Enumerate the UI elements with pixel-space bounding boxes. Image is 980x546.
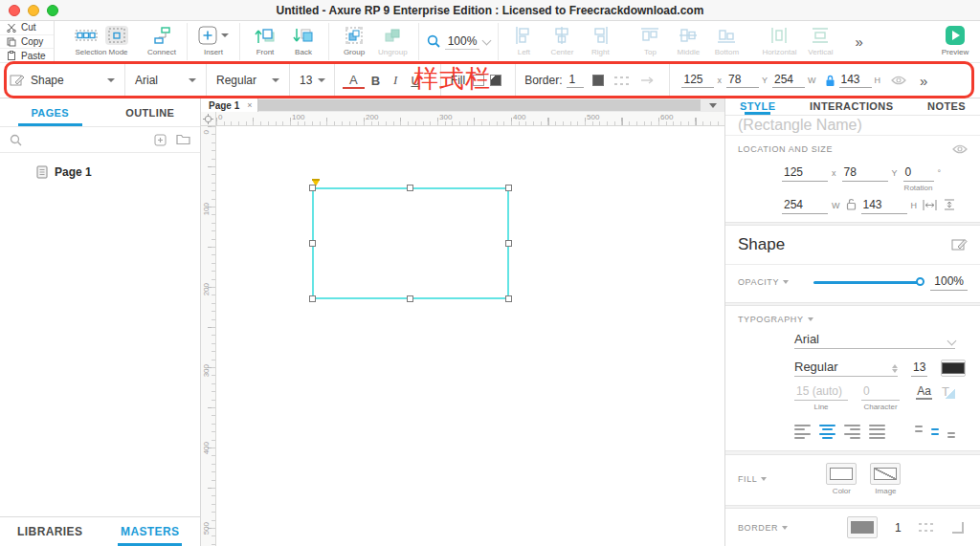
underline-button[interactable]: U bbox=[404, 74, 426, 88]
add-folder-icon[interactable] bbox=[176, 134, 190, 145]
font-weight-select[interactable]: Regular bbox=[794, 360, 898, 377]
cut-button[interactable]: Cut bbox=[0, 21, 54, 35]
toolbar-overflow-button[interactable]: » bbox=[845, 33, 872, 50]
tab-list-caret-icon[interactable] bbox=[709, 103, 717, 108]
h-resize-icon[interactable] bbox=[923, 200, 937, 210]
y-field[interactable]: 78 bbox=[726, 73, 759, 88]
arrow-style-icon[interactable] bbox=[640, 76, 657, 85]
tab-pages[interactable]: PAGES bbox=[0, 98, 100, 126]
border-corner-icon[interactable] bbox=[952, 522, 964, 534]
x-field[interactable]: 125 bbox=[782, 165, 828, 182]
w-field[interactable]: 254 bbox=[772, 73, 805, 88]
opacity-value[interactable]: 100% bbox=[930, 274, 968, 291]
widget-name-input[interactable] bbox=[738, 117, 968, 134]
opacity-slider-knob[interactable] bbox=[916, 277, 924, 286]
tab-outline[interactable]: OUTLINE bbox=[100, 98, 201, 126]
resize-handle-middle-left[interactable] bbox=[309, 240, 316, 247]
border-header[interactable]: BORDER bbox=[738, 523, 788, 533]
lock-icon[interactable] bbox=[825, 75, 835, 87]
tab-notes[interactable]: NOTES bbox=[925, 98, 968, 115]
text-align-justify-button[interactable] bbox=[869, 425, 885, 440]
fill-shadow-swatch[interactable] bbox=[490, 75, 501, 86]
connect-button[interactable]: Connect bbox=[143, 21, 181, 62]
h-field[interactable]: 143 bbox=[861, 198, 907, 214]
font-family-select[interactable]: Arial bbox=[125, 63, 206, 98]
line-spacing-field[interactable]: 15 (auto) bbox=[794, 384, 848, 401]
border-style-icon[interactable] bbox=[919, 523, 935, 532]
canvas-body[interactable] bbox=[216, 126, 724, 546]
border-width-value[interactable]: 1 bbox=[895, 521, 902, 535]
font-size-field[interactable]: 13 bbox=[911, 360, 927, 377]
border-color-button[interactable] bbox=[847, 516, 878, 538]
italic-button[interactable]: I bbox=[387, 73, 404, 88]
character-spacing-field[interactable]: 0 bbox=[861, 384, 900, 401]
resize-handle-bottom-right[interactable] bbox=[505, 295, 512, 302]
resize-handle-top-center[interactable] bbox=[407, 185, 413, 191]
valign-middle-button[interactable] bbox=[931, 426, 939, 438]
font-weight-select[interactable]: Regular bbox=[207, 63, 289, 98]
search-input[interactable] bbox=[28, 134, 148, 145]
text-align-center-button[interactable] bbox=[819, 425, 835, 440]
text-align-right-button[interactable] bbox=[844, 425, 860, 440]
edit-style-icon[interactable] bbox=[951, 237, 968, 251]
page-tree-item[interactable]: Page 1 bbox=[0, 165, 200, 179]
valign-bottom-button[interactable] bbox=[947, 426, 955, 438]
copy-button[interactable]: Copy bbox=[0, 35, 54, 50]
front-button[interactable]: Front bbox=[246, 21, 284, 62]
tab-masters[interactable]: MASTERS bbox=[100, 517, 201, 546]
opacity-header[interactable]: OPACITY bbox=[738, 277, 789, 287]
opacity-slider[interactable] bbox=[813, 281, 921, 284]
tab-style[interactable]: STYLE bbox=[738, 98, 777, 115]
eye-icon[interactable] bbox=[952, 144, 968, 154]
fill-header[interactable]: FILL bbox=[738, 474, 767, 484]
font-family-select[interactable]: Arial bbox=[794, 332, 955, 349]
y-field[interactable]: 78 bbox=[842, 165, 888, 182]
group-button[interactable]: Group bbox=[335, 21, 373, 62]
text-align-left-button[interactable] bbox=[794, 425, 811, 440]
contain-selection-active[interactable] bbox=[105, 26, 128, 45]
valign-top-button[interactable] bbox=[915, 426, 923, 438]
preview-button[interactable]: Preview bbox=[936, 21, 974, 62]
selected-rectangle-widget[interactable] bbox=[312, 187, 509, 299]
paste-button[interactable]: Paste bbox=[0, 49, 54, 62]
border-style-icon[interactable] bbox=[614, 76, 631, 85]
insert-button[interactable]: Insert bbox=[193, 21, 234, 62]
zoom-control[interactable]: 100% bbox=[419, 21, 499, 62]
resize-handle-top-right[interactable] bbox=[505, 185, 512, 191]
canvas-page-tab[interactable]: Page 1 × bbox=[201, 98, 258, 112]
v-resize-icon[interactable] bbox=[944, 199, 955, 210]
canvas-area[interactable]: Page 1 × 0 100 200 300 400 500 600 0 100… bbox=[201, 98, 724, 546]
fill-image-button[interactable] bbox=[870, 463, 901, 485]
border-color-swatch[interactable] bbox=[592, 75, 604, 86]
x-field[interactable]: 125 bbox=[681, 73, 714, 88]
resize-handle-bottom-center[interactable] bbox=[407, 295, 413, 302]
resize-handle-middle-right[interactable] bbox=[505, 240, 512, 247]
back-button[interactable]: Back bbox=[284, 21, 323, 62]
font-color-button[interactable]: A bbox=[343, 73, 365, 89]
rotation-field[interactable]: 0 bbox=[903, 165, 934, 182]
fill-color-swatch[interactable] bbox=[473, 75, 484, 86]
tab-libraries[interactable]: LIBRARIES bbox=[0, 517, 100, 546]
resize-handle-bottom-left[interactable] bbox=[309, 295, 316, 302]
style-preset-select[interactable]: Shape bbox=[0, 63, 124, 98]
zoom-value[interactable]: 100% bbox=[445, 34, 480, 50]
close-tab-icon[interactable]: × bbox=[247, 101, 252, 110]
resize-handle-top-left[interactable] bbox=[309, 185, 316, 191]
selection-mode-buttons[interactable]: Selection Mode bbox=[60, 21, 143, 62]
case-transform-button[interactable]: Aa bbox=[916, 384, 932, 400]
stylebar-overflow-button[interactable]: » bbox=[906, 73, 927, 89]
border-width-field[interactable]: 1 bbox=[567, 73, 584, 88]
font-color-swatch[interactable] bbox=[941, 360, 966, 377]
bold-button[interactable]: B bbox=[365, 74, 387, 88]
unlock-icon[interactable] bbox=[846, 198, 857, 210]
tab-interactions[interactable]: INTERACTIONS bbox=[808, 98, 895, 115]
h-field[interactable]: 143 bbox=[839, 73, 872, 88]
eye-icon[interactable] bbox=[891, 76, 906, 85]
add-page-icon[interactable] bbox=[154, 134, 167, 146]
fill-color-button[interactable] bbox=[826, 463, 857, 485]
typography-header[interactable]: TYPOGRAPHY bbox=[738, 315, 968, 324]
font-size-select[interactable]: 13 bbox=[290, 63, 334, 98]
w-field[interactable]: 254 bbox=[782, 198, 828, 214]
canvas-horizontal-scrollbar[interactable] bbox=[258, 99, 701, 111]
text-shadow-button[interactable]: T bbox=[942, 385, 955, 399]
